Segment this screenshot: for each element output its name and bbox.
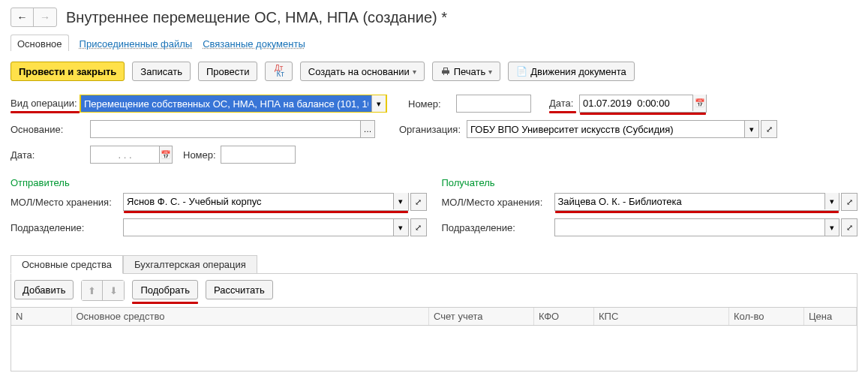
move-up-button[interactable]: ⬆ xyxy=(82,281,103,300)
receiver-mol-field[interactable]: ▾ xyxy=(554,193,840,211)
org-dropdown-button[interactable]: ▾ xyxy=(744,121,758,137)
nav-back-forward: ← → xyxy=(11,8,57,27)
detail-tab-accounting[interactable]: Бухгалтерская операция xyxy=(123,255,257,274)
sender-mol-dropdown-button[interactable]: ▾ xyxy=(393,193,407,209)
receiver-dept-dropdown-button[interactable]: ▾ xyxy=(824,219,839,236)
sender-dept-label: Подразделение: xyxy=(11,222,123,233)
basis-label: Основание: xyxy=(11,124,80,135)
op-type-field[interactable]: ▾ xyxy=(80,95,387,113)
tab-linked-documents[interactable]: Связанные документы xyxy=(203,38,305,51)
sender-mol-input[interactable] xyxy=(124,193,393,209)
printer-icon xyxy=(440,67,451,76)
sender-dept-input[interactable] xyxy=(124,219,393,236)
move-down-button[interactable]: ⬇ xyxy=(103,281,124,300)
op-type-input[interactable] xyxy=(81,95,371,112)
date-calendar-button[interactable]: 📅 xyxy=(692,95,706,111)
sender-mol-field[interactable]: ▾ xyxy=(123,193,409,211)
basis-date-field[interactable]: 📅 xyxy=(90,146,173,164)
col-kfo: КФО xyxy=(534,308,594,326)
receiver-mol-input[interactable] xyxy=(555,193,824,209)
col-asset: Основное средство xyxy=(71,308,429,326)
post-button[interactable]: Провести xyxy=(198,62,258,81)
col-account: Счет учета xyxy=(429,308,534,326)
basis-select-button[interactable]: … xyxy=(360,121,374,137)
number-label: Номер: xyxy=(408,98,446,110)
pick-button[interactable]: Подобрать xyxy=(132,280,197,299)
document-move-icon: 📄 xyxy=(516,66,527,77)
basis-field[interactable]: … xyxy=(90,120,375,138)
date-label: Дата: xyxy=(549,98,576,110)
receiver-mol-dropdown-button[interactable]: ▾ xyxy=(824,193,839,209)
tab-main[interactable]: Основное xyxy=(11,35,69,51)
receiver-mol-open-button[interactable]: ⤢ xyxy=(841,193,857,211)
dr-cr-button[interactable]: ДтКт xyxy=(265,62,292,81)
tab-attached-files[interactable]: Присоединенные файлы xyxy=(80,38,193,51)
nav-forward-button[interactable]: → xyxy=(34,8,56,26)
save-button[interactable]: Записать xyxy=(132,62,191,81)
receiver-dept-label: Подразделение: xyxy=(442,222,554,233)
sender-dept-dropdown-button[interactable]: ▾ xyxy=(393,219,407,236)
org-field[interactable]: ▾ xyxy=(467,120,759,138)
detail-tab-assets[interactable]: Основные средства xyxy=(11,255,123,274)
sender-title: Отправитель xyxy=(11,177,427,188)
basis-date-label: Дата: xyxy=(11,149,41,161)
post-and-close-button[interactable]: Провести и закрыть xyxy=(11,62,125,81)
number-input[interactable] xyxy=(457,95,530,112)
basis-date-calendar-button[interactable]: 📅 xyxy=(159,146,172,163)
receiver-mol-label: МОЛ/Место хранения: xyxy=(442,197,554,208)
receiver-dept-field[interactable]: ▾ xyxy=(554,218,840,236)
nav-back-button[interactable]: ← xyxy=(11,8,34,26)
sender-mol-label: МОЛ/Место хранения: xyxy=(11,197,123,208)
sender-dept-field[interactable]: ▾ xyxy=(123,218,409,236)
dr-cr-icon: ДтКт xyxy=(273,65,284,77)
date-field[interactable]: 📅 xyxy=(579,95,707,113)
create-based-on-button[interactable]: Создать на основании xyxy=(300,62,425,81)
basis-number-field[interactable] xyxy=(221,146,296,164)
op-type-label: Вид операции: xyxy=(11,98,80,110)
page-title: Внутреннее перемещение ОС, НМА, НПА (соз… xyxy=(66,9,447,26)
org-label: Организация: xyxy=(399,124,467,135)
receiver-title: Получатель xyxy=(442,177,858,188)
print-button[interactable]: Печать xyxy=(432,62,501,81)
org-open-button[interactable]: ⤢ xyxy=(761,120,777,138)
col-qty: Кол-во xyxy=(729,308,804,326)
basis-number-input[interactable] xyxy=(221,146,295,163)
calculate-button[interactable]: Рассчитать xyxy=(206,280,273,299)
basis-number-label: Номер: xyxy=(183,149,221,161)
number-field[interactable] xyxy=(456,95,531,113)
receiver-dept-open-button[interactable]: ⤢ xyxy=(841,218,857,236)
table-row[interactable] xyxy=(11,326,857,371)
basis-input[interactable] xyxy=(91,121,360,137)
org-input[interactable] xyxy=(467,121,744,137)
document-movements-button[interactable]: 📄 Движения документа xyxy=(508,62,634,81)
date-input[interactable] xyxy=(580,95,692,111)
add-row-button[interactable]: Добавить xyxy=(14,280,74,299)
sender-dept-open-button[interactable]: ⤢ xyxy=(410,218,427,236)
col-kps: КПС xyxy=(594,308,729,326)
assets-table: N Основное средство Счет учета КФО КПС К… xyxy=(11,308,857,371)
basis-date-input[interactable] xyxy=(91,146,159,163)
sender-mol-open-button[interactable]: ⤢ xyxy=(410,193,427,211)
col-n: N xyxy=(11,308,71,326)
op-type-dropdown-button[interactable]: ▾ xyxy=(371,95,386,112)
col-price: Цена xyxy=(804,308,857,326)
document-movements-label: Движения документа xyxy=(530,66,626,77)
print-label: Печать xyxy=(454,66,486,77)
receiver-dept-input[interactable] xyxy=(555,219,824,236)
